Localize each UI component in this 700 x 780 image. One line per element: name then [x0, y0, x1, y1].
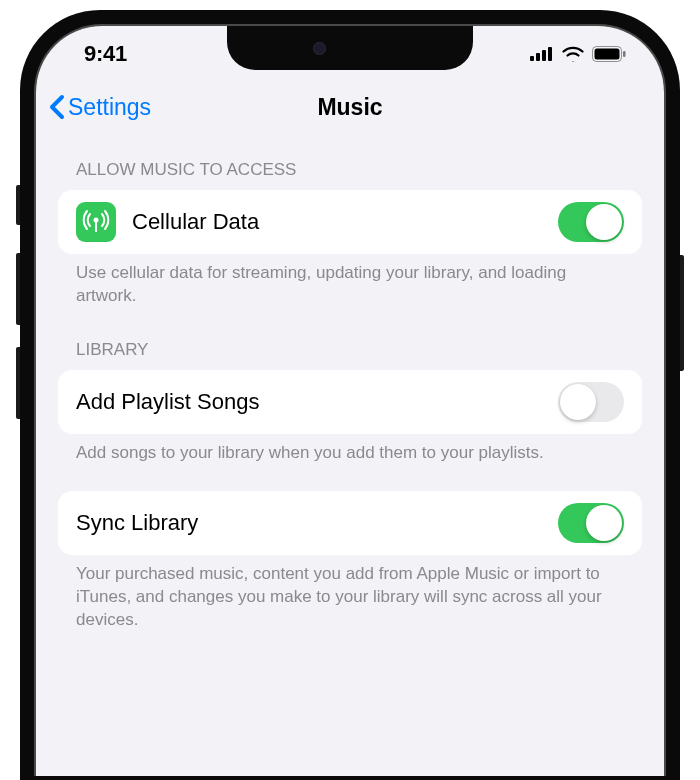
cell-add-playlist-songs[interactable]: Add Playlist Songs: [58, 370, 642, 434]
cellular-data-icon: [76, 202, 116, 242]
cellular-data-toggle[interactable]: [558, 202, 624, 242]
sync-library-label: Sync Library: [76, 510, 542, 536]
nav-bar: Settings Music: [36, 82, 664, 132]
content[interactable]: ALLOW MUSIC TO ACCESS Cellular Data: [36, 132, 664, 636]
page-title: Music: [317, 94, 382, 121]
battery-icon: [592, 46, 626, 62]
notch: [227, 26, 473, 70]
svg-rect-2: [542, 50, 546, 61]
phone-frame: 9:41: [20, 10, 680, 780]
status-time: 9:41: [84, 41, 127, 67]
section-footer-add-playlist: Add songs to your library when you add t…: [58, 434, 642, 469]
svg-rect-5: [595, 49, 620, 60]
svg-rect-3: [548, 47, 552, 61]
back-label: Settings: [68, 94, 151, 121]
status-icons: [530, 46, 626, 62]
svg-rect-6: [623, 51, 626, 57]
add-playlist-toggle[interactable]: [558, 382, 624, 422]
sync-library-toggle[interactable]: [558, 503, 624, 543]
svg-rect-8: [95, 221, 97, 232]
screen: 9:41: [36, 26, 664, 776]
section-header-access: ALLOW MUSIC TO ACCESS: [58, 132, 642, 190]
back-button[interactable]: Settings: [48, 94, 151, 121]
add-playlist-label: Add Playlist Songs: [76, 389, 542, 415]
cellular-data-label: Cellular Data: [132, 209, 542, 235]
section-footer-access: Use cellular data for streaming, updatin…: [58, 254, 642, 312]
cellular-signal-icon: [530, 47, 554, 61]
svg-rect-0: [530, 56, 534, 61]
cell-cellular-data[interactable]: Cellular Data: [58, 190, 642, 254]
chevron-left-icon: [48, 94, 66, 120]
wifi-icon: [562, 46, 584, 62]
cell-sync-library[interactable]: Sync Library: [58, 491, 642, 555]
svg-rect-1: [536, 53, 540, 61]
section-header-library: LIBRARY: [58, 312, 642, 370]
section-footer-sync: Your purchased music, content you add fr…: [58, 555, 642, 636]
